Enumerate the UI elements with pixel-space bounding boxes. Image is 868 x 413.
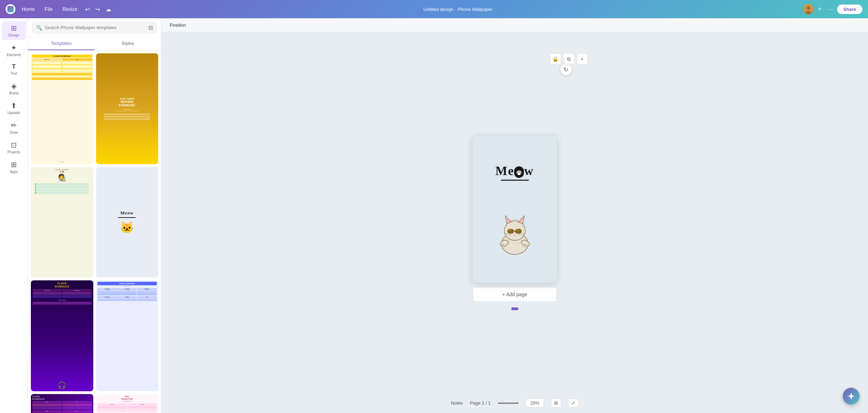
add-page-button[interactable]: + Add page bbox=[473, 287, 557, 302]
redo-button[interactable]: ↪ bbox=[94, 5, 101, 14]
navbar-left: Home File Resize ↩ ↪ ☁ bbox=[6, 4, 113, 14]
sidebar-label-draw: Draw bbox=[10, 131, 18, 134]
sidebar-item-elements[interactable]: ✦ Elements bbox=[2, 41, 26, 60]
elements-icon: ✦ bbox=[11, 44, 17, 52]
phone-canvas[interactable]: Me w bbox=[473, 135, 557, 283]
page-progress bbox=[498, 402, 519, 404]
search-input[interactable] bbox=[45, 25, 146, 30]
canva-logo[interactable] bbox=[6, 4, 15, 14]
add-collaborator-button[interactable]: + bbox=[816, 4, 823, 14]
sidebar-item-projects[interactable]: ⊡ Projects bbox=[2, 138, 26, 157]
sidebar-label-brand: Brand bbox=[9, 91, 19, 95]
template-card-8[interactable]: 3RD SEMESTER SCHEDULE Tuesday Wednes bbox=[96, 394, 159, 413]
svg-point-1 bbox=[807, 6, 810, 10]
lock-icon-btn[interactable]: 🔒 bbox=[550, 53, 561, 65]
sidebar-label-text: Text bbox=[11, 72, 17, 75]
page-nav bbox=[498, 402, 519, 404]
undo-button[interactable]: ↩ bbox=[84, 5, 91, 14]
page-dots bbox=[511, 307, 518, 310]
copy-icon-btn[interactable]: ⧉ bbox=[563, 53, 574, 65]
canvas-workspace: 🔒 ⧉ + ↻ Me bbox=[161, 32, 868, 413]
filter-icon[interactable]: ⊟ bbox=[148, 24, 153, 31]
sidebar-label-design: Design bbox=[8, 33, 19, 37]
svg-rect-16 bbox=[507, 229, 514, 233]
resize-button[interactable]: Resize bbox=[59, 5, 81, 13]
cloud-save-button[interactable]: ☁ bbox=[104, 5, 113, 14]
svg-point-30 bbox=[526, 245, 528, 247]
sidebar-item-brand[interactable]: ◈ Brand bbox=[2, 79, 26, 98]
svg-point-9 bbox=[521, 172, 522, 173]
search-wrapper[interactable]: 🔍 ⊟ bbox=[32, 22, 157, 33]
template-card-6[interactable]: Class Schedule Semester Tuesday Tuesday … bbox=[96, 280, 159, 391]
template-card-4[interactable]: Meow 🐱 bbox=[96, 167, 159, 278]
sidebar: ⊞ Design ✦ Elements T Text ◈ Brand ⬆ Upl… bbox=[0, 18, 28, 413]
page-dot-1[interactable] bbox=[511, 307, 518, 310]
position-button[interactable]: Position bbox=[167, 21, 189, 29]
svg-point-27 bbox=[504, 245, 506, 247]
templates-2col: CLASS SCHEDULE Monday Tues bbox=[31, 53, 158, 413]
search-icon: 🔍 bbox=[36, 25, 42, 31]
svg-point-8 bbox=[517, 172, 518, 173]
sidebar-item-draw[interactable]: ✏ Draw bbox=[2, 118, 26, 137]
bottom-bar: Notes Page 1 / 1 20% ⊞ ⤢ bbox=[451, 399, 578, 407]
sidebar-item-design[interactable]: ⊞ Design bbox=[2, 21, 26, 40]
template-card-1[interactable]: CLASS SCHEDULE Monday Tues bbox=[31, 53, 93, 164]
rotate-button[interactable]: ↻ bbox=[560, 64, 572, 75]
add-icon-btn[interactable]: + bbox=[577, 53, 588, 65]
notes-label: Notes bbox=[451, 400, 463, 406]
share-button[interactable]: Share bbox=[837, 5, 862, 14]
canvas-area: Position 🔒 ⧉ + ↻ Me bbox=[161, 18, 868, 413]
zoom-button[interactable]: 20% bbox=[526, 399, 544, 407]
sidebar-item-apps[interactable]: ⊞ Apps bbox=[2, 158, 26, 176]
projects-icon: ⊡ bbox=[11, 141, 17, 149]
sidebar-label-apps: Apps bbox=[10, 170, 18, 174]
sidebar-item-uploads[interactable]: ⬆ Uploads bbox=[2, 99, 26, 118]
paw-icon bbox=[514, 166, 524, 176]
canvas-toolbar: Position bbox=[161, 18, 868, 32]
sidebar-label-elements: Elements bbox=[7, 53, 21, 57]
notes-button[interactable]: Notes bbox=[451, 400, 463, 406]
canvas-container: Me w bbox=[473, 135, 557, 310]
sidebar-item-text[interactable]: T Text bbox=[2, 60, 26, 78]
meow-title: Me w bbox=[496, 164, 534, 178]
view-toggle-button[interactable]: ⊞ bbox=[551, 399, 561, 407]
design-icon: ⊞ bbox=[11, 24, 17, 32]
sidebar-label-projects: Projects bbox=[7, 150, 20, 154]
main-layout: ⊞ Design ✦ Elements T Text ◈ Brand ⬆ Upl… bbox=[0, 18, 868, 413]
apps-icon: ⊞ bbox=[11, 160, 17, 169]
cat-illustration bbox=[492, 188, 538, 276]
template-card-5[interactable]: CLASS SCHEDULE Monday Tuesday Wednesday bbox=[31, 280, 93, 391]
file-button[interactable]: File bbox=[41, 5, 56, 13]
svg-point-6 bbox=[518, 171, 520, 172]
uploads-icon: ⬆ bbox=[11, 101, 17, 110]
draw-icon: ✏ bbox=[11, 121, 17, 129]
svg-line-33 bbox=[517, 219, 518, 223]
document-title: Untitled design - Phone Wallpaper bbox=[423, 7, 492, 12]
navbar-center: Untitled design - Phone Wallpaper bbox=[117, 7, 799, 12]
share-more-button[interactable]: ⋯ bbox=[826, 5, 834, 14]
templates-panel: 🔍 ⊟ Templates Styles CLASS SCHEDULE Mond… bbox=[28, 18, 161, 413]
user-avatar[interactable] bbox=[803, 4, 814, 14]
cat-svg bbox=[492, 205, 538, 258]
navbar-right: + ⋯ Share bbox=[803, 4, 862, 14]
canva-assistant-button[interactable] bbox=[843, 388, 860, 405]
search-bar: 🔍 ⊟ bbox=[28, 18, 161, 37]
svg-point-5 bbox=[517, 171, 518, 172]
page-indicator: Page 1 / 1 bbox=[470, 400, 491, 406]
brand-icon: ◈ bbox=[11, 82, 16, 90]
fullscreen-button[interactable]: ⤢ bbox=[568, 399, 578, 407]
template-card-2[interactable]: Just keep MOVING FORWARD Wednesday bbox=[96, 53, 159, 164]
template-card-3[interactable]: Weekly Schedule 🎨 📚 🧑‍🎨 bbox=[31, 167, 93, 278]
page-progress-fill bbox=[498, 402, 519, 404]
home-button[interactable]: Home bbox=[18, 5, 38, 13]
meow-underline bbox=[501, 180, 529, 181]
svg-point-4 bbox=[517, 172, 521, 175]
svg-rect-17 bbox=[515, 229, 522, 233]
template-card-7[interactable]: CLASS SCHEDULE Mon Tue bbox=[31, 394, 93, 413]
text-icon: T bbox=[12, 63, 16, 71]
tab-templates[interactable]: Templates bbox=[28, 37, 95, 50]
sidebar-label-uploads: Uploads bbox=[7, 111, 20, 115]
tab-styles[interactable]: Styles bbox=[95, 37, 161, 50]
meow-text-container: Me w bbox=[496, 164, 534, 181]
navbar: Home File Resize ↩ ↪ ☁ Untitled design -… bbox=[0, 0, 868, 18]
